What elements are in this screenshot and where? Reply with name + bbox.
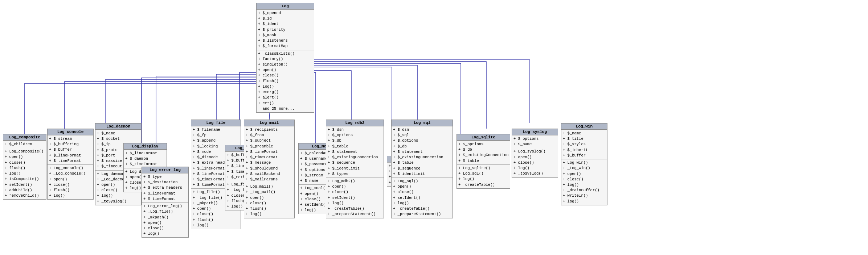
box-log-mail-fields: + $_recipients + $_from + $_subject + $_… [244, 126, 294, 183]
box-log-error-log-fields: + $_type + $_destination + $_extra_heade… [142, 173, 188, 202]
box-log-console-methods: + Log_console() + _Log_console() + open(… [48, 164, 93, 199]
box-log-mdb2-methods: + Log_mdb2() + open() + close() + setIde… [326, 177, 384, 218]
box-log-syslog-methods: + Log_syslog() + open() + close() + log(… [512, 148, 558, 177]
box-log-composite-title: Log_composite [3, 134, 46, 141]
box-log-console-title: Log_console [48, 129, 93, 135]
box-log-display-title: Log_display [124, 143, 167, 150]
box-log-syslog: Log_syslog + $_options + $_name + Log_sy… [512, 129, 558, 178]
box-log: Log + $_opened + $_id + $_ident + $_prio… [256, 3, 314, 113]
box-log-methods: + _classExists() + factory() + singleton… [257, 50, 314, 112]
box-log-composite-fields: + $_children [3, 141, 46, 148]
box-log-mdb2: Log_mdb2 + $_dsn + $_options + $_db + $_… [326, 120, 384, 218]
box-log-syslog-title: Log_syslog [512, 129, 558, 135]
box-log-error-log: Log_error_log + $_type + $_destination +… [142, 167, 189, 238]
box-log-daemon-title: Log_daemon [95, 124, 141, 130]
box-log-title: Log [257, 3, 314, 9]
box-log-win-title: Log_win [561, 124, 607, 130]
box-log-win-methods: + Log_win() + _Log_win() + open() + clos… [561, 159, 607, 205]
box-log-mail-title: Log_mail [244, 120, 294, 126]
box-log-error-log-title: Log_error_log [142, 167, 188, 173]
box-log-win: Log_win + $_name + $_title + $_styles + … [561, 123, 607, 205]
box-log-file-title: Log_file [191, 120, 241, 126]
box-log-display-fields: + $_lineFormat + $_daemon + $_timeFormat [124, 150, 167, 168]
box-log-mail-methods: + Log_mail() + _Log_mail() + open() + cl… [244, 183, 294, 218]
box-log-mdb2-title: Log_mdb2 [326, 120, 384, 126]
box-log-sql-title: Log_sql [392, 120, 453, 126]
box-log-mdb2-fields: + $_dsn + $_options + $_db + $_table + $… [326, 126, 384, 177]
box-log-sql: Log_sql + $_dsn + $_sql + $_options + $_… [391, 120, 453, 218]
box-log-syslog-fields: + $_options + $_name [512, 135, 558, 148]
box-log-console: Log_console + $_stream + $_buffering + $… [47, 129, 94, 200]
box-log-mail: Log_mail + $_recipients + $_from + $_sub… [244, 120, 295, 218]
box-log-sqlite-methods: + Log_sqlite() + Log_sql() + log() + _cr… [457, 164, 510, 188]
box-log-fields: + $_opened + $_id + $_ident + $_priority… [257, 9, 314, 50]
box-log-composite: Log_composite + $_children + Log_composi… [3, 134, 46, 200]
box-log-sql-methods: + Log_sql() + open() + close() + setIden… [392, 177, 453, 218]
box-log-sqlite-fields: + $_options + $_db + $_existingConnectio… [457, 141, 510, 164]
diagram-container: Log + $_opened + $_id + $_ident + $_prio… [0, 0, 868, 255]
box-log-console-fields: + $_stream + $_buffering + $_buffer + $_… [48, 135, 93, 164]
box-log-win-fields: + $_name + $_title + $_styles + $_inheri… [561, 130, 607, 159]
box-log-sqlite: Log_sqlite + $_options + $_db + $_existi… [456, 134, 510, 189]
box-log-sqlite-title: Log_sqlite [457, 134, 510, 141]
box-log-composite-methods: + Log_composite() + open() + close() + f… [3, 148, 46, 199]
box-log-error-log-methods: + Log_error_log() + _Log_file() + _mkpat… [142, 202, 188, 237]
box-log-sql-fields: + $_dsn + $_sql + $_options + $_db + $_s… [392, 126, 453, 177]
